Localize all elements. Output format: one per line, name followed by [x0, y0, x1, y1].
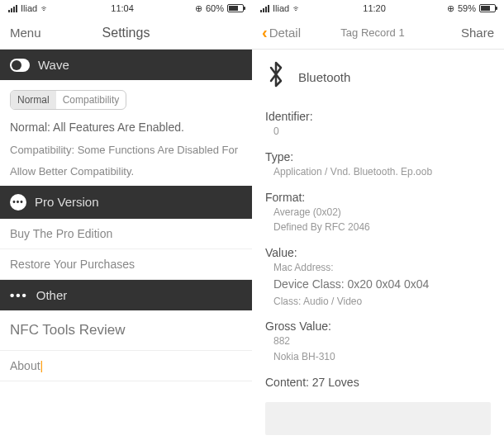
format-field: Format: Average (0x02) Defined By RFC 20… [252, 186, 504, 242]
page-title: Settings [102, 26, 150, 40]
value-field: Value: Mac Address: Device Class: 0x20 0… [252, 241, 504, 315]
buy-pro-button[interactable]: Buy The Pro Edition [0, 219, 252, 249]
back-button[interactable]: ‹ Detail [262, 23, 301, 42]
menu-button[interactable]: Menu [10, 26, 59, 40]
status-time: 11:20 [363, 3, 386, 13]
signal-icon [260, 5, 269, 12]
signal-icon [8, 5, 17, 12]
bluetooth-row: Bluetooth [252, 50, 504, 105]
detail-screen: Iliad ᯤ 11:20 ⊕ 59% ‹ Detail Tag Record … [252, 0, 504, 445]
bluetooth-icon [265, 61, 287, 93]
pro-section-header: ••• Pro Version [0, 186, 252, 219]
toggle-normal[interactable]: Normal [11, 91, 56, 109]
pro-icon: ••• [10, 194, 26, 211]
about-button[interactable]: About| [0, 351, 252, 381]
pro-label: Pro Version [35, 195, 99, 209]
toggle-compatibility[interactable]: Compatibility [56, 91, 126, 109]
status-time: 11:04 [111, 3, 134, 13]
qr-field: QR Code: [252, 442, 504, 445]
wave-section-header: Wave [0, 50, 252, 80]
wave-info-normal: Normal: All Features Are Enabled. [0, 120, 252, 143]
status-bar: Iliad ᯤ 11:20 ⊕ 59% [252, 0, 504, 17]
wave-info-compat-2: Allow Better Compatibility. [0, 164, 252, 186]
carrier-label: Iliad [21, 3, 37, 13]
settings-screen: Iliad ᯤ 11:04 ⊕ 60% Menu Settings Wave N… [0, 0, 252, 445]
nav-bar: ‹ Detail Tag Record 1 Share [252, 17, 504, 50]
wifi-icon: ᯤ [40, 3, 50, 13]
wave-label: Wave [38, 58, 69, 72]
carrier-label: Iliad [273, 3, 289, 13]
restore-purchases-button[interactable]: Restore Your Purchases [0, 249, 252, 280]
wifi-icon: ᯤ [292, 3, 302, 13]
nav-bar: Menu Settings [0, 17, 252, 50]
nfc-review-button[interactable]: NFC Tools Review [0, 310, 252, 351]
wave-toggle-icon [10, 59, 30, 72]
chevron-left-icon: ‹ [262, 23, 268, 42]
battery-percent: 59% [458, 3, 476, 13]
type-field: Type: Application / Vnd. Bluetooth. Ep.o… [252, 145, 504, 186]
share-button[interactable]: Share [445, 26, 494, 40]
battery-percent: 60% [206, 3, 224, 13]
content-placeholder [265, 402, 491, 435]
other-icon: ••• [10, 288, 28, 302]
page-title: Tag Record 1 [340, 26, 404, 39]
battery-icon [479, 4, 496, 12]
bluetooth-label: Bluetooth [298, 70, 350, 84]
status-bar: Iliad ᯤ 11:04 ⊕ 60% [0, 0, 252, 17]
content-field: Content: 27 Loves [252, 371, 504, 395]
identifier-field: Identifier: 0 [252, 105, 504, 145]
wave-info-compat-1: Compatibility: Some Functions Are Disabl… [0, 143, 252, 164]
gross-value-field: Gross Value: 882 Nokia BH-310 [252, 315, 504, 371]
wave-mode-toggle[interactable]: Normal Compatibility [10, 90, 126, 110]
battery-icon [227, 4, 244, 12]
other-label: Other [36, 288, 68, 302]
other-section-header: ••• Other [0, 280, 252, 310]
